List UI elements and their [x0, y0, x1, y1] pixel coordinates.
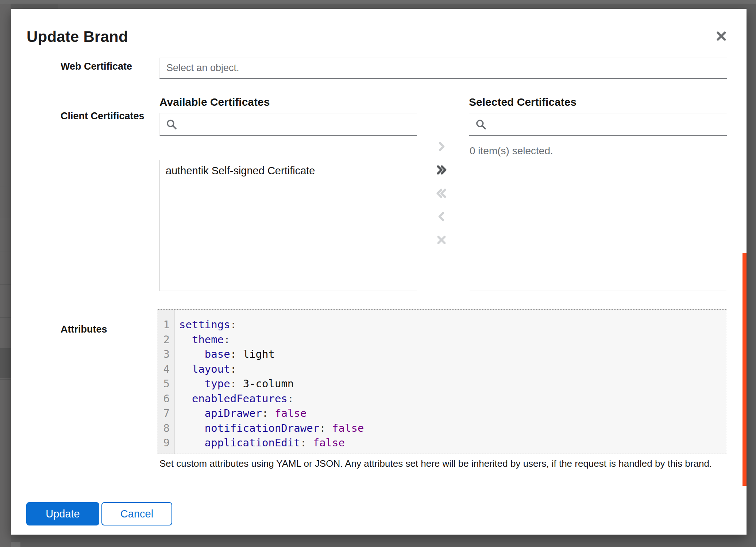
update-button[interactable]: Update [26, 502, 99, 525]
certificate-list-item[interactable]: authentik Self-signed Certificate [160, 160, 417, 182]
times-icon [435, 234, 448, 247]
code-line: layout: [179, 362, 364, 377]
code-line: notificationDrawer: false [179, 421, 364, 436]
angle-double-right-icon [435, 164, 448, 177]
cancel-button[interactable]: Cancel [101, 502, 172, 525]
angle-left-icon [435, 210, 448, 224]
background-sidebar [0, 4, 11, 547]
transfer-controls [432, 138, 451, 249]
clear-selection-button[interactable] [432, 232, 451, 249]
angle-right-icon [435, 140, 448, 154]
code-line: base: light [179, 347, 364, 362]
code-line: theme: [179, 332, 364, 347]
selected-certificates-heading: Selected Certificates [469, 96, 576, 108]
attributes-help-text: Set custom attributes using YAML or JSON… [159, 458, 712, 469]
close-icon [714, 29, 728, 43]
code-line: applicationEdit: false [179, 435, 364, 450]
code-line: type: 3-column [179, 376, 364, 391]
background-page-header [11, 4, 58, 9]
angle-double-left-icon [435, 187, 448, 201]
available-certificates-list[interactable]: authentik Self-signed Certificate [159, 160, 417, 291]
attributes-label: Attributes [61, 323, 107, 335]
selected-certificates-list[interactable] [469, 160, 727, 291]
code-line: enabledFeatures: [179, 391, 364, 406]
available-certificates-heading: Available Certificates [159, 96, 270, 108]
code-content: settings: theme: base: light layout: typ… [175, 310, 364, 454]
client-certificates-label: Client Certificates [61, 110, 144, 122]
remove-selected-button[interactable] [432, 208, 451, 226]
selected-search-input[interactable] [469, 113, 727, 136]
web-certificate-select[interactable] [159, 58, 727, 79]
available-search-input[interactable] [159, 113, 417, 136]
modal-title: Update Brand [27, 29, 128, 44]
close-button[interactable] [712, 27, 731, 46]
remove-all-button[interactable] [432, 185, 451, 203]
code-line-numbers: 123456789 [157, 310, 175, 454]
attributes-code-editor[interactable]: 123456789 settings: theme: base: light l… [157, 309, 727, 454]
web-certificate-label: Web Certificate [61, 61, 132, 72]
add-all-button[interactable] [432, 162, 451, 179]
code-line: settings: [179, 317, 364, 332]
add-selected-button[interactable] [432, 138, 451, 156]
update-brand-modal: Update Brand Web Certificate Client Cert… [11, 9, 747, 535]
selected-count-status: 0 item(s) selected. [470, 145, 553, 157]
modal-scrollbar-thumb[interactable] [742, 253, 747, 486]
background-page-topbar [0, 0, 756, 4]
background-page-fragment [11, 542, 20, 547]
code-line: apiDrawer: false [179, 406, 364, 421]
